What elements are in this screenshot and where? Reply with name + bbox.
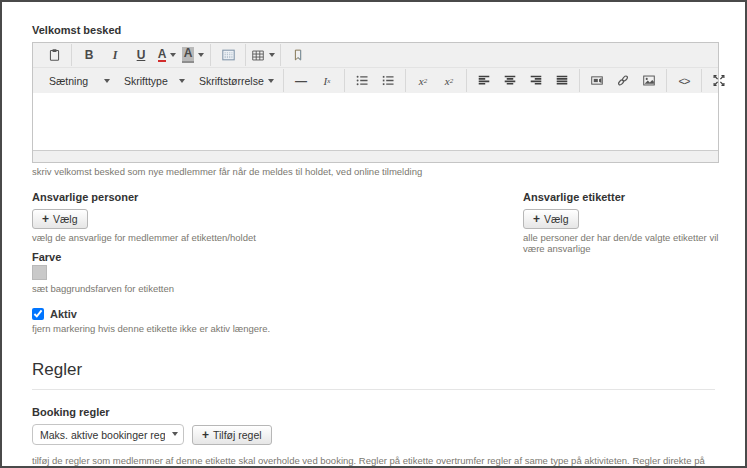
paragraph-format-select[interactable]: Sætning	[42, 71, 115, 91]
text-color-button[interactable]: A	[155, 45, 179, 65]
font-size-select[interactable]: Skriftstørrelse	[192, 71, 278, 91]
editor-content-area[interactable]	[33, 93, 718, 150]
table-button[interactable]	[251, 45, 275, 65]
font-family-select[interactable]: Skrifttype	[117, 71, 190, 91]
align-right-icon[interactable]	[524, 71, 548, 91]
plus-icon: +	[533, 212, 540, 226]
color-swatch[interactable]	[32, 265, 47, 280]
active-help: fjern markering hvis denne etikette ikke…	[32, 323, 715, 334]
align-justify-icon[interactable]	[550, 71, 574, 91]
chevron-down-icon	[104, 79, 110, 83]
align-center-icon[interactable]	[498, 71, 522, 91]
numbered-list-icon[interactable]	[376, 71, 400, 91]
active-label: Aktiv	[50, 308, 77, 320]
chevron-down-icon	[198, 53, 204, 57]
booking-rules-help: tilføj de regler som medlemmer af denne …	[32, 455, 715, 468]
chevron-down-icon	[170, 53, 176, 57]
align-left-icon[interactable]	[472, 71, 496, 91]
choose-persons-button[interactable]: + Vælg	[32, 209, 88, 229]
booking-rules-label: Booking regler	[32, 406, 715, 418]
bookmark-icon[interactable]	[286, 45, 310, 65]
text-color-icon: A	[158, 48, 167, 63]
responsible-persons-help: vælg de ansvarlige for medlemmer af etik…	[32, 232, 256, 243]
editor-statusbar	[33, 150, 718, 162]
background-color-icon: A	[182, 47, 195, 63]
welcome-message-help: skriv velkomst besked som nye medlemmer …	[32, 166, 715, 177]
plus-icon: +	[202, 428, 209, 442]
bullet-list-icon[interactable]	[350, 71, 374, 91]
superscript-icon[interactable]: x2	[437, 71, 461, 91]
page-frame: Velkomst besked B I U A	[0, 0, 747, 468]
welcome-message-label: Velkomst besked	[32, 24, 715, 36]
rules-section-title: Regler	[32, 360, 715, 390]
add-rule-button[interactable]: + Tilføj regel	[192, 425, 272, 445]
fullscreen-icon[interactable]	[707, 71, 731, 91]
underline-button[interactable]: U	[129, 45, 153, 65]
choose-labels-button[interactable]: + Vælg	[523, 209, 579, 229]
horizontal-rule-icon[interactable]: —	[289, 71, 313, 91]
rich-text-editor: B I U A A	[32, 42, 719, 163]
booking-rule-select[interactable]: Maks. aktive bookinger regel	[32, 424, 184, 445]
chevron-down-icon	[268, 79, 274, 83]
editor-toolbar-row1: B I U A A	[33, 43, 718, 67]
plus-icon: +	[42, 212, 49, 226]
active-checkbox[interactable]	[32, 308, 44, 320]
template-icon[interactable]	[216, 45, 240, 65]
editor-toolbar-row2: Sætning Skrifttype Skriftstørrelse —	[33, 67, 718, 93]
paste-icon[interactable]	[42, 45, 66, 65]
media-icon[interactable]	[585, 71, 609, 91]
responsible-labels-help: alle personer der har den/de valgte etik…	[523, 232, 723, 254]
color-help: sæt baggrundsfarven for etiketten	[32, 283, 715, 294]
chevron-down-icon	[179, 79, 185, 83]
responsible-labels-label: Ansvarlige etiketter	[523, 191, 723, 203]
table-icon	[251, 49, 265, 62]
italic-button[interactable]: I	[103, 45, 127, 65]
background-color-button[interactable]: A	[181, 45, 205, 65]
responsible-persons-label: Ansvarlige personer	[32, 191, 256, 203]
code-icon[interactable]: <>	[672, 71, 696, 91]
link-icon[interactable]	[611, 71, 635, 91]
subscript-icon[interactable]: x2	[411, 71, 435, 91]
bold-button[interactable]: B	[77, 45, 101, 65]
image-icon[interactable]	[637, 71, 661, 91]
clear-formatting-icon[interactable]: Ix	[315, 71, 339, 91]
chevron-down-icon	[269, 53, 275, 57]
